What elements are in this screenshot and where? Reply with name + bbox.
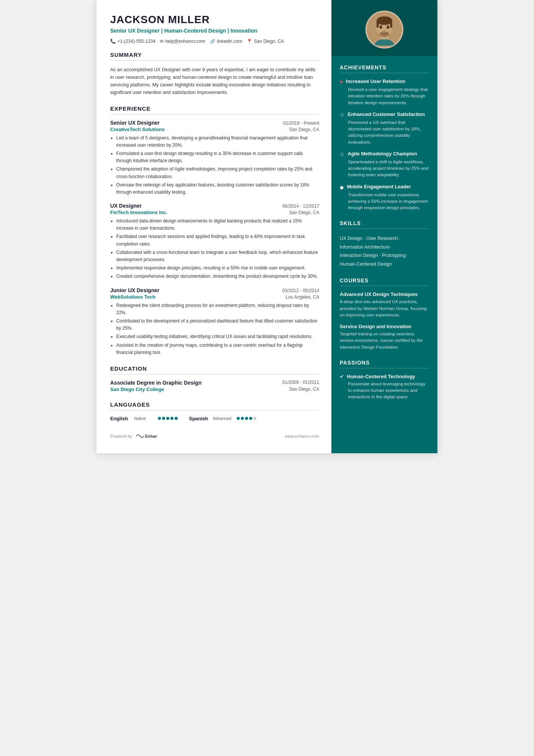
edu-location-1: San Diego, CA xyxy=(289,387,319,392)
edu-school-row-1: San Diego City College San Diego, CA xyxy=(110,387,319,392)
achievement-title-4: Mobile Engagement Leader xyxy=(347,184,411,190)
star-icon-2: ☆ xyxy=(340,151,345,157)
bullet: Formulated a user-first design strategy … xyxy=(116,150,319,164)
lang-name-spanish: Spanish xyxy=(189,416,210,421)
achievement-header-4: ◆ Mobile Engagement Leader xyxy=(340,184,429,190)
skills-content: UX Design · User Research · Information … xyxy=(340,234,429,268)
summary-title: SUMMARY xyxy=(110,52,319,61)
language-spanish: Spanish Advanced xyxy=(189,416,256,421)
job-entry-1: Senior UX Designer 01/2018 - Present Cre… xyxy=(110,120,319,196)
contact-location: 📍 San Diego, CA xyxy=(247,39,284,44)
right-column: ACHIEVEMENTS ♥ Increased User Retention … xyxy=(331,0,437,453)
summary-text: As an accomplished UX Designer with over… xyxy=(110,66,319,96)
course-text-2: Targeted training on creating seamless s… xyxy=(340,331,429,351)
job-date-3: 03/2012 - 05/2014 xyxy=(283,288,319,293)
svg-point-4 xyxy=(376,16,392,25)
passions-section: PASSIONS ✔ Human-Centered Technology Pas… xyxy=(340,360,429,401)
photo-area xyxy=(331,0,437,56)
achievement-text-2: Pioneered a UX overhaul that skyrocketed… xyxy=(340,119,429,146)
passion-text-1: Passionate about leveraging technology t… xyxy=(340,381,429,401)
skills-line-2: Information Architecture · xyxy=(340,244,392,250)
job-header-1: Senior UX Designer 01/2018 - Present xyxy=(110,120,319,126)
course-2: Service Design and Innovation Targeted t… xyxy=(340,324,429,351)
heart-icon: ♥ xyxy=(340,79,343,85)
job-entry-3: Junior UX Designer 03/2012 - 05/2014 Web… xyxy=(110,287,319,356)
candidate-subtitle: Senior UX Designer | Human-Centered Desi… xyxy=(110,27,319,35)
powered-by: Powered by Enhancv xyxy=(110,433,157,440)
job-date-1: 01/2018 - Present xyxy=(283,121,319,126)
location-icon: 📍 xyxy=(247,39,252,44)
powered-by-label: Powered by xyxy=(110,434,132,438)
job-title-2: UX Designer xyxy=(110,203,142,209)
bullet: Collaborated with a cross-functional tea… xyxy=(116,249,319,263)
dot xyxy=(175,417,178,420)
phone-icon: 📞 xyxy=(110,39,116,44)
dot xyxy=(237,417,240,420)
contact-linkedin: 🔗 linkedin.com xyxy=(210,39,242,44)
languages-row: English Native Spanish Advanced xyxy=(110,416,319,421)
profile-photo xyxy=(367,11,402,49)
achievement-header-1: ♥ Increased User Retention xyxy=(340,78,429,85)
resume-wrapper: JACKSON MILLER Senior UX Designer | Huma… xyxy=(97,0,437,453)
passions-title: PASSIONS xyxy=(340,360,429,368)
edu-header-1: Associate Degree in Graphic Design 01/20… xyxy=(110,380,319,386)
job-location-2: San Diego, CA xyxy=(289,210,319,215)
experience-section: EXPERIENCE Senior UX Designer 01/2018 - … xyxy=(110,105,319,356)
job-company-2: FinTech Innovations Inc. xyxy=(110,210,167,215)
left-footer: Powered by Enhancv www.enhancv.com xyxy=(110,433,319,440)
achievement-text-3: Spearheaded a shift to Agile workflows, … xyxy=(340,159,429,178)
contact-email: ✉ help@enhancv.com xyxy=(160,39,205,44)
lang-dots-spanish xyxy=(237,417,256,420)
job-bullets-2: Introduced data-driven design enhancemen… xyxy=(110,218,319,280)
job-title-1: Senior UX Designer xyxy=(110,120,160,126)
bullet: Assisted in the creation of journey maps… xyxy=(116,342,319,356)
left-column: JACKSON MILLER Senior UX Designer | Huma… xyxy=(97,0,331,453)
job-title-3: Junior UX Designer xyxy=(110,287,159,293)
achievement-title-2: Enhanced Customer Satisfaction xyxy=(348,111,425,118)
language-english: English Native xyxy=(110,416,178,421)
course-1: Advanced UX Design Techniques A deep div… xyxy=(340,291,429,318)
bullet: Oversaw the redesign of key application … xyxy=(116,182,319,196)
bullet: Contributed to the development of a pers… xyxy=(116,318,319,332)
lang-level-spanish: Advanced xyxy=(213,416,234,421)
courses-section: COURSES Advanced UX Design Techniques A … xyxy=(340,277,429,351)
svg-rect-10 xyxy=(387,25,390,26)
edu-school-1: San Diego City College xyxy=(110,387,164,392)
skills-line-1: UX Design · User Research · xyxy=(340,236,400,241)
course-title-1: Advanced UX Design Techniques xyxy=(340,291,429,297)
achievements-title: ACHIEVEMENTS xyxy=(340,64,429,73)
languages-section: LANGUAGES English Native Spanish Advanc xyxy=(110,401,319,421)
job-company-1: CreativeTech Solutions xyxy=(110,127,165,132)
checkmark-icon: ✔ xyxy=(340,374,344,379)
bullet: Facilitated user research sessions and a… xyxy=(116,233,319,247)
job-company-row-1: CreativeTech Solutions San Diego, CA xyxy=(110,127,319,132)
bullet: Led a team of 5 designers, developing a … xyxy=(116,135,319,149)
bullet: Implemented responsive design principles… xyxy=(116,265,319,272)
achievement-text-1: Devised a user engagement strategy that … xyxy=(340,86,429,106)
job-location-3: Los Angeles, CA xyxy=(286,294,319,300)
achievement-2: ☆ Enhanced Customer Satisfaction Pioneer… xyxy=(340,111,429,146)
achievement-title-1: Increased User Retention xyxy=(346,78,405,85)
education-section: EDUCATION Associate Degree in Graphic De… xyxy=(110,365,319,392)
dot xyxy=(166,417,169,420)
job-location-1: San Diego, CA xyxy=(289,127,319,132)
bullet: Introduced data-driven design enhancemen… xyxy=(116,218,319,232)
bullet: Executed usability testing initiatives, … xyxy=(116,333,319,340)
courses-title: COURSES xyxy=(340,277,429,286)
dot xyxy=(253,417,256,420)
passion-header-1: ✔ Human-Centered Technology xyxy=(340,374,429,379)
svg-rect-5 xyxy=(376,21,379,28)
svg-point-12 xyxy=(379,31,389,37)
dot xyxy=(249,417,252,420)
svg-point-8 xyxy=(387,27,389,29)
job-header-3: Junior UX Designer 03/2012 - 05/2014 xyxy=(110,287,319,293)
achievement-3: ☆ Agile Methodology Champion Spearheaded… xyxy=(340,151,429,178)
job-bullets-1: Led a team of 5 designers, developing a … xyxy=(110,135,319,196)
achievement-header-3: ☆ Agile Methodology Champion xyxy=(340,151,429,157)
job-bullets-3: Redesigned the client onboarding process… xyxy=(110,302,319,356)
contact-phone: 📞 +1-(234)-555-1234 xyxy=(110,39,155,44)
right-content: ACHIEVEMENTS ♥ Increased User Retention … xyxy=(331,56,437,418)
link-icon: 🔗 xyxy=(210,39,215,44)
achievement-text-4: Transformed mobile user experience, achi… xyxy=(340,192,429,211)
bullet: Championed the adoption of Agile methodo… xyxy=(116,166,319,180)
